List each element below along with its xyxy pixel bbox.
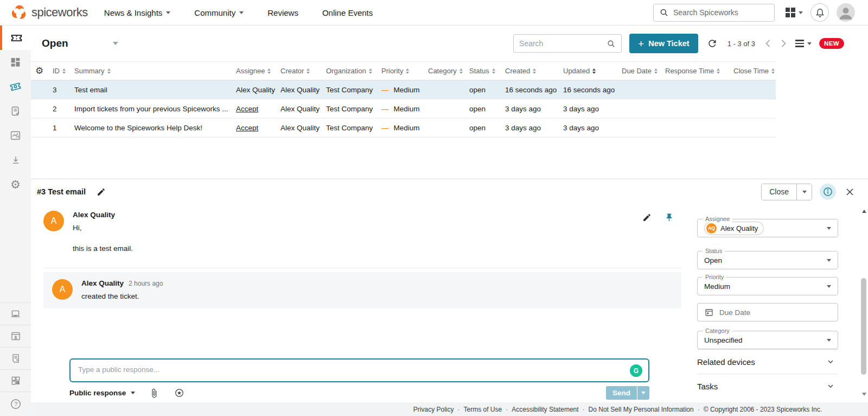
gear-icon: ⚙: [35, 66, 43, 75]
menu-reviews[interactable]: Reviews: [267, 8, 298, 17]
ticket-row-1[interactable]: 1 Welcome to the Spiceworks Help Desk! A…: [31, 118, 776, 137]
svg-text:$: $: [16, 358, 18, 362]
column-header-assignee[interactable]: Assignee: [236, 67, 280, 75]
ticket-row-2[interactable]: 2 Import tickets from your previous Spic…: [31, 99, 776, 118]
message-line: Hi,: [73, 223, 133, 233]
next-page-button[interactable]: [780, 38, 788, 49]
sidebar-item-inventory[interactable]: [0, 302, 31, 325]
privacy-policy-link[interactable]: Privacy Policy: [413, 406, 454, 413]
search-icon: [607, 39, 616, 48]
apps-menu-button[interactable]: [786, 8, 803, 17]
scroll-down-icon[interactable]: [862, 393, 866, 396]
message-line: this is a test email.: [73, 243, 133, 254]
edit-message-button[interactable]: [642, 213, 652, 222]
gear-icon: ⚙: [10, 179, 21, 190]
due-date-field[interactable]: Due Date: [697, 303, 838, 322]
priority-medium-icon: —: [381, 86, 389, 94]
user-avatar[interactable]: [837, 3, 855, 22]
accept-ticket-link[interactable]: Accept: [236, 124, 280, 132]
sort-icon: [369, 68, 372, 74]
status-field[interactable]: Status Open: [697, 251, 838, 269]
menu-online-events[interactable]: Online Events: [322, 8, 373, 17]
page-footer: Privacy Policy · Terms of Use · Accessib…: [31, 402, 868, 416]
attach-file-button[interactable]: [148, 387, 160, 399]
column-header-updated[interactable]: Updated: [563, 67, 622, 75]
apps-grid-icon: [786, 8, 795, 17]
sidebar-item-task-list[interactable]: [0, 99, 31, 123]
column-header-id[interactable]: ID: [53, 67, 74, 75]
column-header-category[interactable]: Category: [428, 67, 469, 75]
sort-icon: [267, 68, 271, 74]
sidebar-item-ticket-views[interactable]: [0, 74, 31, 99]
column-header-priority[interactable]: Priority: [381, 67, 428, 75]
message-author: Alex Quality: [73, 211, 133, 219]
ticket-view-filter[interactable]: Open: [42, 37, 118, 49]
related-devices-section[interactable]: Related devices: [697, 349, 838, 374]
ticket-detail-panel: #3 Test email Close: [31, 179, 868, 402]
close-panel-button[interactable]: [844, 186, 856, 198]
new-feature-badge: NEW: [819, 38, 844, 49]
canned-response-button[interactable]: [173, 387, 186, 399]
sort-icon: [62, 68, 66, 74]
sidebar-item-dashboard[interactable]: [0, 50, 31, 74]
previous-page-button[interactable]: [764, 38, 772, 49]
accessibility-statement-link[interactable]: Accessibility Statement: [512, 406, 578, 413]
sort-icon: [406, 68, 409, 74]
priority-field[interactable]: Priority Medium: [697, 277, 838, 295]
list-view-button[interactable]: [795, 40, 812, 47]
sidebar-item-downloads[interactable]: [0, 148, 31, 172]
scrollbar-thumb[interactable]: [861, 278, 866, 375]
category-field[interactable]: Category Unspecified: [697, 331, 838, 349]
scroll-up-icon[interactable]: [862, 210, 866, 213]
column-header-organization[interactable]: Organization: [326, 67, 381, 75]
column-header-due-date[interactable]: Due Date: [622, 67, 665, 75]
ticket-row-3[interactable]: 3 Test email Alex Quality Alex Quality T…: [31, 80, 776, 99]
sidebar-item-app-download[interactable]: [0, 325, 31, 347]
bell-icon: [815, 8, 825, 18]
response-composer: G Public response: [69, 358, 649, 400]
tasks-section[interactable]: Tasks: [697, 374, 838, 398]
sidebar-item-settings[interactable]: ⚙: [0, 172, 31, 197]
chevron-down-icon: [827, 339, 831, 342]
column-header-status[interactable]: Status: [469, 67, 505, 75]
ticket-search-input[interactable]: [519, 39, 601, 48]
close-ticket-button[interactable]: Close: [762, 184, 797, 200]
global-search-input[interactable]: [673, 8, 760, 17]
assignee-field[interactable]: Assignee AQ Alex Quality: [697, 219, 838, 237]
sidebar-item-tickets-active[interactable]: [0, 26, 31, 50]
notifications-button[interactable]: [810, 3, 829, 22]
pin-message-button[interactable]: [665, 213, 674, 222]
edit-title-button[interactable]: [95, 186, 107, 198]
spiceworks-logo[interactable]: spiceworks: [10, 3, 88, 22]
column-header-response-time[interactable]: Response Time: [665, 67, 733, 75]
sidebar-item-help[interactable]: ?: [0, 392, 31, 416]
column-header-created[interactable]: Created: [505, 67, 563, 75]
checklist-icon: [10, 105, 21, 117]
do-not-sell-link[interactable]: Do Not Sell My Personal Information: [589, 406, 694, 413]
send-button[interactable]: Send: [606, 386, 637, 400]
send-options-button[interactable]: [637, 386, 649, 400]
menu-news-insights[interactable]: News & Insights: [104, 8, 171, 17]
refresh-button[interactable]: [706, 37, 719, 50]
sidebar-item-alerts[interactable]: !: [0, 369, 31, 392]
terms-of-use-link[interactable]: Terms of Use: [464, 406, 502, 413]
detail-scrollbar[interactable]: [860, 207, 867, 398]
response-mode-select[interactable]: Public response: [69, 389, 135, 397]
public-response-input[interactable]: [69, 358, 649, 382]
main-content: Open + New Ticket: [31, 26, 868, 416]
grammarly-icon[interactable]: G: [630, 364, 642, 377]
ticket-info-button[interactable]: [820, 184, 836, 200]
column-settings-button[interactable]: ⚙: [35, 66, 53, 75]
new-ticket-button[interactable]: + New Ticket: [629, 34, 698, 53]
assignee-chip[interactable]: AQ Alex Quality: [704, 222, 764, 235]
sidebar-item-billing[interactable]: $: [0, 347, 31, 369]
accept-ticket-link[interactable]: Accept: [236, 105, 280, 113]
column-header-close-time[interactable]: Close Time: [733, 67, 776, 75]
chevron-down-icon: [827, 227, 831, 230]
close-options-button[interactable]: [797, 184, 812, 200]
sidebar-item-reports[interactable]: [0, 123, 31, 148]
column-header-summary[interactable]: Summary: [74, 67, 236, 75]
column-header-creator[interactable]: Creator: [280, 67, 326, 75]
menu-community[interactable]: Community: [194, 8, 244, 17]
chevron-down-icon: [807, 42, 812, 45]
